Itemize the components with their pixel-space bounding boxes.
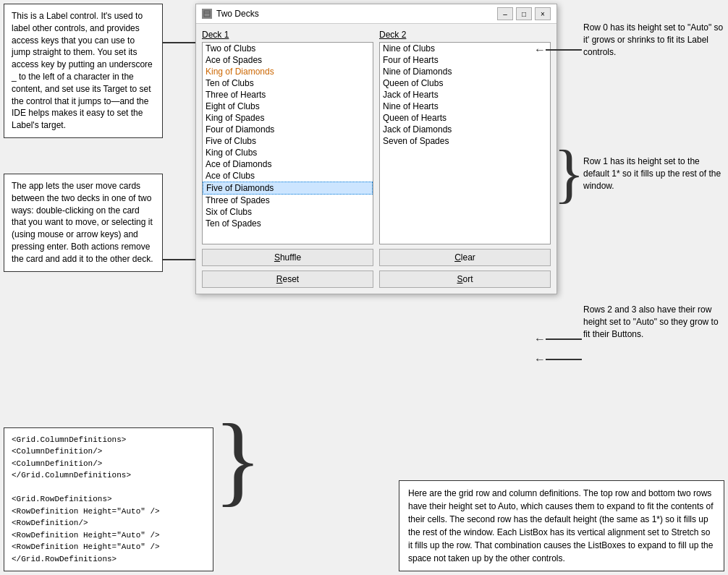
deck1-panel: Deck 1 Two of ClubsAce of SpadesKing of … bbox=[202, 30, 373, 244]
list-item[interactable]: Three of Spades bbox=[203, 195, 373, 206]
curly-brace-row1: } bbox=[554, 141, 585, 206]
list-item[interactable]: Ace of Clubs bbox=[203, 170, 373, 182]
deck2-list[interactable]: Nine of ClubsFour of HeartsNine of Diamo… bbox=[379, 42, 551, 244]
list-item[interactable]: Queen of Clubs bbox=[380, 77, 550, 89]
list-item[interactable]: Eight of Clubs bbox=[203, 101, 373, 112]
code-line: </Grid.RowDefinitions> bbox=[12, 553, 206, 566]
deck1-label: Deck 1 bbox=[202, 30, 373, 40]
sort-button[interactable]: Sort bbox=[379, 271, 551, 288]
list-item[interactable]: Three of Hearts bbox=[203, 89, 373, 101]
label-annotation-text: This is a Label control. It's used to la… bbox=[12, 11, 153, 130]
deck-labels-row: Deck 1 Two of ClubsAce of SpadesKing of … bbox=[202, 30, 551, 244]
list-item[interactable]: Two of Clubs bbox=[203, 43, 373, 54]
cards-annotation-text: The app lets the user move cards between… bbox=[12, 181, 153, 264]
list-item[interactable]: Nine of Diamonds bbox=[380, 66, 550, 77]
row23-annotation: Rows 2 and 3 also have their row height … bbox=[583, 304, 724, 340]
code-line: <ColumnDefinition/> bbox=[12, 458, 206, 470]
list-item[interactable]: Six of Clubs bbox=[203, 206, 373, 218]
window-content: Deck 1 Two of ClubsAce of SpadesKing of … bbox=[196, 24, 556, 294]
window-titlebar: Two Decks – □ × bbox=[196, 4, 556, 24]
list-item[interactable]: King of Diamonds bbox=[203, 66, 373, 77]
window-controls: – □ × bbox=[497, 7, 551, 20]
list-item[interactable]: Ten of Spades bbox=[203, 218, 373, 229]
deck1-list[interactable]: Two of ClubsAce of SpadesKing of Diamond… bbox=[202, 42, 373, 244]
list-item[interactable]: Jack of Hearts bbox=[380, 89, 550, 101]
code-line bbox=[12, 482, 206, 494]
list-item[interactable]: Ace of Diamonds bbox=[203, 158, 373, 170]
minimize-button[interactable]: – bbox=[497, 7, 513, 20]
list-item[interactable]: Four of Diamonds bbox=[203, 124, 373, 135]
code-line: <RowDefinition Height="Auto" /> bbox=[12, 541, 206, 553]
code-line: <Grid.RowDefinitions> bbox=[12, 493, 206, 506]
svg-rect-0 bbox=[204, 11, 210, 17]
list-item[interactable]: Five of Diamonds bbox=[203, 182, 373, 195]
code-line: <Grid.ColumnDefinitions> bbox=[12, 434, 206, 446]
cards-annotation-box: The app lets the user move cards between… bbox=[4, 174, 163, 272]
curly-brace-code: } bbox=[213, 409, 262, 510]
explanation-text: Here are the grid row and column definit… bbox=[408, 488, 714, 563]
reset-sort-row: Reset Sort bbox=[202, 271, 551, 288]
list-item[interactable]: Queen of Hearts bbox=[380, 112, 550, 124]
row0-annotation: Row 0 has its height set to "Auto" so it… bbox=[583, 22, 724, 58]
explanation-box: Here are the grid row and column definit… bbox=[399, 480, 724, 571]
code-line: <ColumnDefinition/> bbox=[12, 446, 206, 458]
reset-button[interactable]: Reset bbox=[202, 271, 373, 288]
main-window: Two Decks – □ × Deck 1 Two of ClubsAce o… bbox=[195, 4, 557, 294]
deck2-panel: Deck 2 Nine of ClubsFour of HeartsNine o… bbox=[379, 30, 551, 244]
code-line: <RowDefinition Height="Auto" /> bbox=[12, 529, 206, 542]
row1-annotation: Row 1 has its height set to the default … bbox=[583, 156, 724, 192]
code-box: <Grid.ColumnDefinitions> <ColumnDefiniti… bbox=[4, 427, 213, 572]
window-title-area: Two Decks bbox=[202, 9, 259, 19]
deck2-label: Deck 2 bbox=[379, 30, 551, 40]
list-item[interactable]: Ace of Spades bbox=[203, 54, 373, 66]
code-line: </Grid.ColumnDefinitions> bbox=[12, 469, 206, 482]
list-item[interactable]: Seven of Spades bbox=[380, 135, 550, 147]
code-line: <RowDefinition Height="Auto" /> bbox=[12, 506, 206, 518]
code-line: <RowDefinition/> bbox=[12, 517, 206, 529]
window-app-icon bbox=[202, 9, 212, 19]
maximize-button[interactable]: □ bbox=[516, 7, 532, 20]
list-item[interactable]: Nine of Hearts bbox=[380, 101, 550, 112]
list-item[interactable]: Five of Clubs bbox=[203, 135, 373, 147]
label-annotation-box: This is a Label control. It's used to la… bbox=[4, 4, 163, 138]
list-item[interactable]: King of Clubs bbox=[203, 147, 373, 158]
list-item[interactable]: Four of Hearts bbox=[380, 54, 550, 66]
list-item[interactable]: Ten of Clubs bbox=[203, 77, 373, 89]
clear-button[interactable]: Clear bbox=[379, 249, 551, 266]
shuffle-clear-row: Shuffle Clear bbox=[202, 249, 551, 266]
shuffle-button[interactable]: Shuffle bbox=[202, 249, 373, 266]
list-item[interactable]: Jack of Diamonds bbox=[380, 124, 550, 135]
list-item[interactable]: Nine of Clubs bbox=[380, 43, 550, 54]
list-item[interactable]: King of Spades bbox=[203, 112, 373, 124]
close-button[interactable]: × bbox=[535, 7, 551, 20]
window-title: Two Decks bbox=[216, 9, 259, 19]
